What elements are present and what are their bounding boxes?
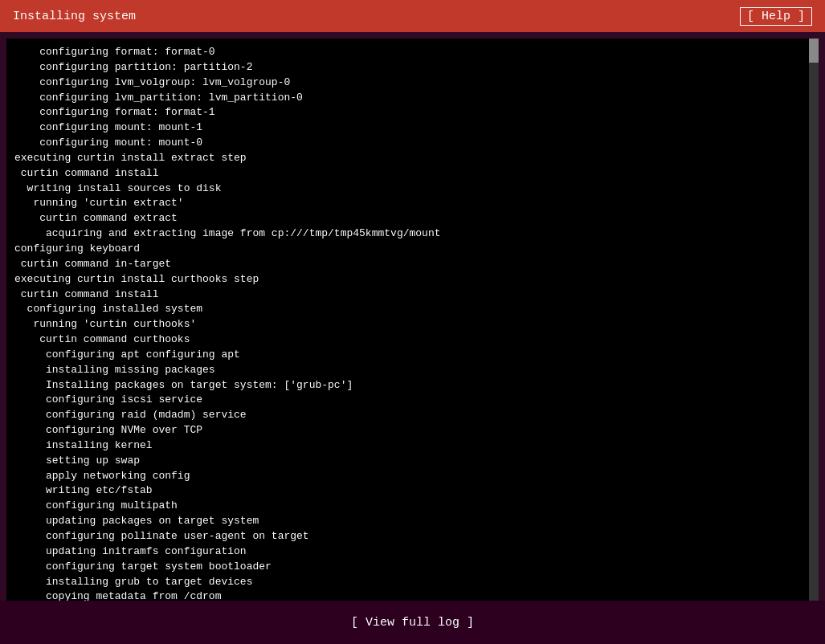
view-full-log-button[interactable]: [ View full log ] <box>351 616 474 630</box>
footer: [ View full log ] <box>0 601 825 644</box>
log-content: configuring format: format-0 configuring… <box>6 39 819 601</box>
main-area: configuring format: format-0 configuring… <box>6 39 819 601</box>
scrollbar-thumb[interactable] <box>809 39 819 63</box>
header-bar: Installing system [ Help ] <box>0 0 825 32</box>
log-container: configuring format: format-0 configuring… <box>6 39 819 601</box>
header-title: Installing system <box>13 10 136 23</box>
help-button[interactable]: [ Help ] <box>740 7 812 26</box>
scrollbar[interactable] <box>809 39 819 601</box>
